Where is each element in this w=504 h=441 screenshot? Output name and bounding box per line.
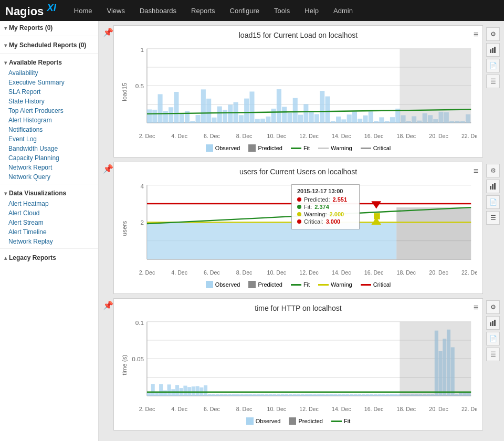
svg-text:12. Dec: 12. Dec <box>299 406 319 412</box>
legend-line <box>318 148 329 149</box>
legend-item: Fit <box>291 281 310 288</box>
sidebar-item-event-log[interactable]: Event Log <box>0 134 98 144</box>
svg-rect-50 <box>303 104 308 122</box>
svg-rect-174 <box>289 394 292 396</box>
sidebar-item-availability[interactable]: Availability <box>0 68 98 78</box>
data-viz-header[interactable]: ▾ Data Visualizations <box>0 186 98 199</box>
chart-row-0: 📌load15 for Current Load on localhost≡10… <box>99 25 504 158</box>
sidebar-item-alert-stream[interactable]: Alert Stream <box>0 218 98 227</box>
doc-icon-1[interactable]: 📄 <box>486 195 500 209</box>
nav-link-help[interactable]: Help <box>297 0 326 21</box>
svg-rect-55 <box>331 121 335 123</box>
gear-icon-2[interactable]: ⚙ <box>486 300 500 314</box>
sidebar-item-top-alert-producers[interactable]: Top Alert Producers <box>0 106 98 116</box>
doc-icon-2[interactable]: 📄 <box>486 332 500 345</box>
svg-rect-197 <box>382 394 385 396</box>
sidebar-item-alert-cloud[interactable]: Alert Cloud <box>0 208 98 218</box>
my-scheduled-reports-header[interactable]: ▾ My Scheduled Reports (0) <box>0 38 98 51</box>
svg-text:16. Dec: 16. Dec <box>364 406 384 412</box>
svg-rect-27 <box>180 113 184 123</box>
chart-menu-btn-0[interactable]: ≡ <box>474 30 478 39</box>
chart-menu-btn-2[interactable]: ≡ <box>474 303 478 312</box>
svg-rect-163 <box>244 394 248 396</box>
sidebar-item-alert-heatmap[interactable]: Alert Heatmap <box>0 199 98 208</box>
chart-menu-btn-1[interactable]: ≡ <box>474 166 478 176</box>
chart-bar-icon-0[interactable] <box>486 43 500 57</box>
svg-rect-56 <box>336 117 341 123</box>
sidebar-item-alert-histogram[interactable]: Alert Histogram <box>0 116 98 125</box>
available-reports-label: Available Reports <box>9 59 62 66</box>
list-icon-1[interactable]: ☰ <box>486 211 500 225</box>
svg-text:10. Dec: 10. Dec <box>267 133 287 139</box>
sidebar-item-sla-report[interactable]: SLA Report <box>0 87 98 97</box>
svg-text:8. Dec: 8. Dec <box>236 269 253 276</box>
nav-link-configure[interactable]: Configure <box>223 0 267 21</box>
svg-rect-33 <box>212 118 216 123</box>
chart-bar-icon-1[interactable] <box>486 180 500 193</box>
available-reports-list: AvailabilityExecutive SummarySLA ReportS… <box>0 68 98 182</box>
chart-row-1: 📌users for Current Users on localhost≡42… <box>99 162 504 294</box>
sidebar-item-alert-timeline[interactable]: Alert Timeline <box>0 227 98 237</box>
pin-icon-2[interactable]: 📌 <box>103 300 113 310</box>
nav-link-home[interactable]: Home <box>67 0 100 21</box>
sidebar-item-notifications[interactable]: Notifications <box>0 125 98 134</box>
svg-rect-198 <box>386 394 390 396</box>
chart-icon-group-0: ⚙📄☰ <box>486 25 500 88</box>
svg-text:14. Dec: 14. Dec <box>332 269 351 276</box>
sidebar-item-executive-summary[interactable]: Executive Summary <box>0 78 98 87</box>
svg-rect-45 <box>277 89 281 123</box>
sidebar-item-network-replay[interactable]: Network Replay <box>0 237 98 246</box>
legend-item: Critical <box>361 144 391 152</box>
chart-title-2: time for HTTP on localhost <box>119 304 477 312</box>
legend-swatch <box>246 417 254 425</box>
nav-link-views[interactable]: Views <box>100 0 132 21</box>
available-reports-header[interactable]: ▾ Available Reports <box>0 56 98 68</box>
legend-label: Predicted <box>258 145 282 151</box>
nav-link-tools[interactable]: Tools <box>267 0 297 21</box>
legend-item: Fit <box>291 144 310 152</box>
svg-rect-191 <box>358 394 361 396</box>
svg-rect-171 <box>277 394 280 396</box>
svg-rect-108 <box>396 207 471 259</box>
gear-icon-0[interactable]: ⚙ <box>486 27 500 41</box>
svg-text:22. Dec: 22. Dec <box>461 269 477 276</box>
pin-icon-1[interactable]: 📌 <box>103 164 113 174</box>
svg-rect-181 <box>317 394 321 396</box>
svg-text:14. Dec: 14. Dec <box>332 133 351 139</box>
logo-xi: XI <box>47 2 56 13</box>
list-icon-0[interactable]: ☰ <box>486 75 500 88</box>
nav-link-reports[interactable]: Reports <box>184 0 223 21</box>
pin-icon-0[interactable]: 📌 <box>103 27 113 37</box>
svg-rect-54 <box>325 97 330 123</box>
svg-rect-161 <box>236 394 240 396</box>
svg-rect-39 <box>244 99 249 123</box>
sidebar-item-capacity-planning[interactable]: Capacity Planning <box>0 153 98 163</box>
sidebar-item-network-query[interactable]: Network Query <box>0 172 98 182</box>
svg-rect-32 <box>206 99 211 123</box>
svg-rect-173 <box>285 394 288 396</box>
svg-rect-195 <box>374 394 377 396</box>
doc-icon-0[interactable]: 📄 <box>486 59 500 72</box>
sidebar-item-network-report[interactable]: Network Report <box>0 163 98 172</box>
my-reports-header[interactable]: ▾ My Reports (0) <box>0 21 98 34</box>
nav-link-admin[interactable]: Admin <box>326 0 360 21</box>
svg-text:1: 1 <box>141 46 144 53</box>
gear-icon-1[interactable]: ⚙ <box>486 164 500 177</box>
sidebar-item-state-history[interactable]: State History <box>0 97 98 106</box>
svg-rect-182 <box>321 394 325 396</box>
sidebar-item-bandwidth-usage[interactable]: Bandwidth Usage <box>0 144 98 153</box>
list-icon-2[interactable]: ☰ <box>486 348 500 361</box>
svg-rect-168 <box>265 394 268 396</box>
svg-rect-144 <box>167 385 171 396</box>
legend-item: Observed <box>246 417 281 425</box>
svg-rect-85 <box>494 47 496 53</box>
legend-item: Observed <box>206 144 240 152</box>
legacy-reports-header[interactable]: ▴ Legacy Reports <box>0 251 98 264</box>
svg-rect-29 <box>190 121 195 123</box>
svg-rect-22 <box>152 110 157 123</box>
chart-wrapper-0: load15 for Current Load on localhost≡10.… <box>113 25 483 158</box>
svg-rect-114 <box>374 213 380 219</box>
nav-link-dashboards[interactable]: Dashboards <box>132 0 184 21</box>
chart-bar-icon-2[interactable] <box>486 316 500 330</box>
svg-rect-176 <box>297 394 300 396</box>
